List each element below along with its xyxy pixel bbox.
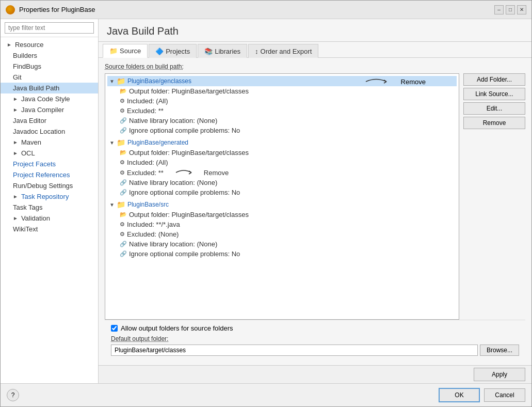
sidebar-item-wikitext[interactable]: WikiText (1, 224, 98, 234)
browse-button[interactable]: Browse... (480, 345, 519, 356)
genclasses-included: ⚙ Included: (All) (107, 96, 457, 106)
chevron-right-icon: ► (13, 96, 18, 102)
ignore-icon: 🔗 (120, 127, 127, 134)
apply-row: Apply (99, 365, 531, 383)
add-folder-button[interactable]: Add Folder... (463, 73, 525, 86)
ok-button[interactable]: OK (439, 388, 480, 402)
tab-projects[interactable]: 🔷 Projects (149, 44, 197, 58)
source-folders-tree[interactable]: ▼ 📁 PluginBase/genclasses Remove (105, 73, 459, 320)
generated-excluded: ⚙ Excluded: ** Remove (107, 167, 457, 178)
tab-order-export[interactable]: ↕ Order and Export (248, 44, 318, 58)
libraries-tab-icon: 📚 (204, 48, 213, 55)
footer: ? OK Cancel (1, 383, 531, 406)
restore-button[interactable]: □ (506, 5, 515, 14)
sidebar-item-java-compiler[interactable]: ► Java Compiler (1, 104, 98, 115)
window-controls: – □ ✕ (494, 5, 526, 14)
remove-annotation-1: Remove (366, 77, 426, 86)
tabs-bar: 📁 Source 🔷 Projects 📚 Libraries ↕ Order … (99, 44, 531, 58)
chevron-right-icon: ► (13, 139, 18, 145)
generated-ignore: 🔗 Ignore optional compile problems: No (107, 187, 457, 197)
apply-button[interactable]: Apply (474, 368, 525, 381)
cancel-button[interactable]: Cancel (484, 388, 525, 402)
chevron-right-icon: ► (13, 215, 18, 221)
panel-title: Java Build Path (99, 19, 531, 42)
sidebar-item-java-editor[interactable]: Java Editor (1, 115, 98, 126)
prop-icon: ⚙ (120, 231, 125, 238)
help-button[interactable]: ? (7, 389, 19, 401)
allow-output-folders-row: Allow output folders for source folders (111, 324, 519, 332)
native-icon: 🔗 (120, 179, 127, 186)
filter-box (1, 19, 98, 37)
tab-libraries[interactable]: 📚 Libraries (198, 44, 247, 58)
collapse-icon: ▼ (109, 140, 115, 146)
src-ignore: 🔗 Ignore optional compile problems: No (107, 249, 457, 259)
tab-source[interactable]: 📁 Source (103, 44, 148, 58)
generated-included: ⚙ Included: (All) (107, 158, 457, 167)
main-content: ► Resource Builders FindBugs Git Java Bu… (1, 19, 531, 383)
close-button[interactable]: ✕ (517, 5, 526, 14)
folder-icon: 📁 (117, 200, 125, 209)
allow-output-label: Allow output folders for source folders (121, 324, 233, 332)
link-source-button[interactable]: Link Source... (463, 88, 525, 100)
sidebar-item-ocl[interactable]: ► OCL (1, 148, 98, 159)
sidebar-item-findbugs[interactable]: FindBugs (1, 61, 98, 72)
sidebar-item-javadoc-location[interactable]: Javadoc Location (1, 126, 98, 137)
bottom-options: Allow output folders for source folders … (105, 320, 525, 360)
generated-output-folder: 📂 Output folder: PluginBase/target/class… (107, 148, 457, 158)
folder-icon: 📁 (117, 77, 125, 85)
output-icon: 📂 (120, 149, 127, 156)
src-excluded: ⚙ Excluded: (None) (107, 229, 457, 239)
title-bar: Properties for PluginBase – □ ✕ (1, 1, 531, 19)
folder-generated[interactable]: ▼ 📁 PluginBase/generated (107, 137, 457, 148)
folder-genclasses-row: ▼ 📁 PluginBase/genclasses Remove (107, 76, 457, 135)
prop-icon: ⚙ (120, 98, 125, 104)
filter-input[interactable] (5, 22, 94, 34)
app-icon (6, 5, 15, 14)
main-window: Properties for PluginBase – □ ✕ ► Resour… (0, 0, 532, 407)
genclasses-excluded: ⚙ Excluded: ** (107, 106, 457, 116)
sidebar-item-project-references[interactable]: Project References (1, 169, 98, 180)
sidebar-item-java-code-style[interactable]: ► Java Code Style (1, 93, 98, 104)
ignore-icon: 🔗 (120, 251, 127, 257)
folder-generated-row: ▼ 📁 PluginBase/generated 📂 Output folder… (107, 137, 457, 197)
folder-src-row: ▼ 📁 PluginBase/src 📂 Output folder: Plug… (107, 199, 457, 259)
arrow-svg-2 (176, 168, 202, 177)
window-title: Properties for PluginBase (19, 6, 95, 13)
sidebar-item-resource[interactable]: ► Resource (1, 39, 98, 50)
sidebar-item-git[interactable]: Git (1, 72, 98, 83)
output-folder-input[interactable] (111, 345, 478, 356)
sidebar-item-maven[interactable]: ► Maven (1, 137, 98, 148)
output-folder-row: Browse... (111, 345, 519, 356)
sidebar-item-task-tags[interactable]: Task Tags (1, 202, 98, 213)
sidebar-item-validation[interactable]: ► Validation (1, 213, 98, 224)
default-output-label: Default output folder: (111, 335, 519, 342)
prop-icon: ⚙ (120, 221, 125, 228)
sidebar-item-task-repository[interactable]: ► Task Repository (1, 191, 98, 202)
remove-annotation-2: Remove (176, 168, 229, 177)
generated-native: 🔗 Native library location: (None) (107, 178, 457, 187)
minimize-button[interactable]: – (494, 5, 504, 14)
order-tab-icon: ↕ (255, 48, 259, 55)
arrow-annotation-svg-1 (366, 77, 397, 86)
side-buttons: Add Folder... Link Source... Edit... Rem… (463, 73, 525, 320)
output-icon: 📂 (120, 88, 127, 95)
build-path-container: ▼ 📁 PluginBase/genclasses Remove (105, 73, 525, 320)
edit-button[interactable]: Edit... (463, 102, 525, 115)
folder-genclasses[interactable]: ▼ 📁 PluginBase/genclasses Remove (107, 76, 457, 86)
sidebar-item-run-debug[interactable]: Run/Debug Settings (1, 180, 98, 191)
projects-tab-icon: 🔷 (155, 48, 164, 55)
folder-src[interactable]: ▼ 📁 PluginBase/src (107, 199, 457, 210)
allow-output-checkbox[interactable] (111, 325, 118, 332)
prop-icon: ⚙ (120, 169, 125, 176)
chevron-right-icon: ► (13, 150, 18, 156)
output-icon: 📂 (120, 211, 127, 218)
remove-button[interactable]: Remove (463, 117, 525, 129)
title-bar-left: Properties for PluginBase (6, 5, 95, 14)
sidebar-item-builders[interactable]: Builders (1, 50, 98, 61)
sidebar-item-project-facets[interactable]: Project Facets (1, 159, 98, 169)
sidebar-item-java-build-path[interactable]: Java Build Path (1, 83, 98, 93)
section-label: Source folders on build path: (105, 63, 525, 70)
src-included: ⚙ Included: **/*.java (107, 220, 457, 229)
native-icon: 🔗 (120, 117, 127, 124)
genclasses-ignore: 🔗 Ignore optional compile problems: No (107, 126, 457, 135)
